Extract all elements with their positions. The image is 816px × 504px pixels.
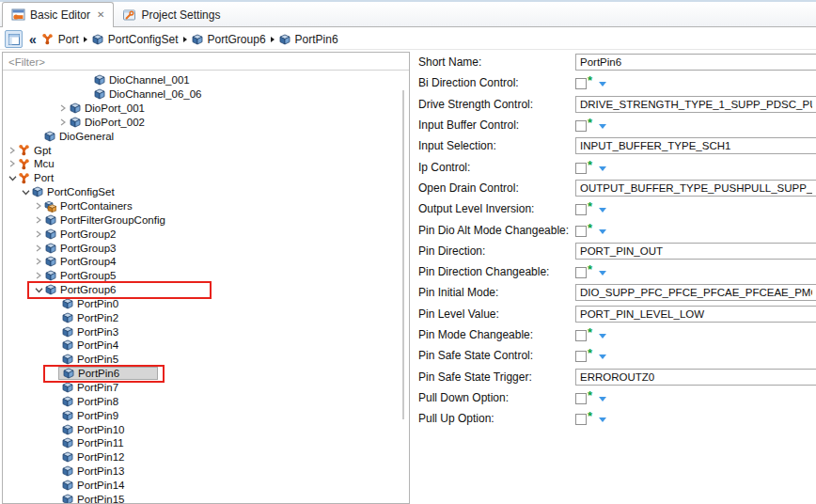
expand-arrow-icon[interactable] — [33, 216, 44, 224]
tree-item-portpin8[interactable]: PortPin8 — [3, 394, 409, 408]
tree-filter-input[interactable] — [3, 55, 409, 70]
expand-arrow-icon[interactable] — [7, 160, 18, 167]
dropdown-arrow-icon[interactable] — [599, 124, 606, 129]
field-pin-direction-input[interactable] — [575, 243, 816, 260]
dropdown-arrow-icon[interactable] — [599, 354, 606, 359]
field-pin-safe-state-trigger-input[interactable] — [575, 369, 816, 386]
cube-icon — [92, 34, 103, 45]
tree-item-portpin14[interactable]: PortPin14 — [3, 478, 409, 492]
tab-basic-editor[interactable]: Basic Editor✕ — [2, 2, 114, 27]
tree-item-portpin13[interactable]: PortPin13 — [3, 465, 409, 479]
dropdown-arrow-icon[interactable] — [599, 397, 606, 402]
field-open-drain-control-input[interactable] — [575, 180, 816, 197]
collapse-breadcrumb-icon[interactable]: « — [29, 33, 37, 46]
tree-scrollbar[interactable] — [402, 90, 404, 419]
tree-item-label: PortPin9 — [77, 410, 118, 421]
tree-item-label: PortPin0 — [77, 298, 118, 309]
expand-arrow-icon[interactable] — [57, 104, 69, 112]
collapse-arrow-icon[interactable] — [7, 174, 18, 182]
required-marker: * — [588, 161, 592, 170]
field-pull-up-option-checkbox[interactable] — [575, 414, 587, 425]
breadcrumb-item-portpin6[interactable]: PortPin6 — [279, 33, 338, 46]
breadcrumb-item-port[interactable]: Port — [41, 33, 79, 46]
dropdown-arrow-icon[interactable] — [599, 417, 606, 422]
dropdown-arrow-icon[interactable] — [599, 229, 606, 234]
tree-item-portpin4[interactable]: PortPin4 — [3, 339, 409, 353]
tree-item-portpin7[interactable]: PortPin7 — [3, 381, 409, 395]
tree-item-dioport-002[interactable]: DioPort_002 — [3, 116, 409, 130]
collapse-arrow-icon[interactable] — [33, 286, 44, 294]
required-marker: * — [588, 202, 592, 212]
tree-item-diochannel-001[interactable]: DioChannel_001 — [3, 73, 409, 87]
tree-item-portgroup5[interactable]: PortGroup5 — [3, 269, 409, 283]
tree-item-portpin10[interactable]: PortPin10 — [3, 422, 409, 436]
tree-item-portpin2[interactable]: PortPin2 — [3, 310, 409, 324]
field-pull-down-option-checkbox[interactable] — [575, 393, 587, 404]
cube-icon — [62, 368, 74, 379]
tree-item-portpin0[interactable]: PortPin0 — [3, 297, 409, 311]
breadcrumb-label: PortGroup6 — [208, 33, 266, 46]
close-icon[interactable]: ✕ — [97, 10, 104, 20]
tree-item-label: PortPin14 — [77, 480, 125, 491]
tree-item-portpin6[interactable]: PortPin6 — [3, 367, 409, 381]
tree-item-diochannel-06-06[interactable]: DioChannel_06_06 — [3, 87, 409, 102]
tree-item-portpin5[interactable]: PortPin5 — [3, 353, 409, 367]
field-short-name-input[interactable] — [575, 54, 816, 71]
field-bi-direction-control-checkbox[interactable] — [575, 78, 587, 89]
field-pin-mode-changeable-checkbox[interactable] — [575, 330, 587, 341]
tree-item-portpin11[interactable]: PortPin11 — [3, 436, 409, 450]
dropdown-arrow-icon[interactable] — [599, 334, 606, 339]
tab-project-settings[interactable]: Project Settings — [114, 3, 228, 26]
form-row-pin-safe-state-trigger: Pin Safe State Trigger: — [418, 366, 816, 386]
breadcrumb-item-portgroup6[interactable]: PortGroup6 — [192, 33, 266, 46]
field-pin-level-value-input[interactable] — [575, 306, 816, 323]
field-ip-control-checkbox[interactable] — [575, 163, 587, 174]
dropdown-arrow-icon[interactable] — [599, 82, 606, 87]
tree-item-portgroup3[interactable]: PortGroup3 — [3, 241, 409, 255]
tree-item-diogeneral[interactable]: DioGeneral — [3, 129, 409, 143]
field-pin-dio-alt-mode-changeable-checkbox[interactable] — [575, 226, 587, 237]
tree-item-portcontainers[interactable]: PortContainers — [3, 199, 409, 213]
tree-item-portpin12[interactable]: PortPin12 — [3, 450, 409, 465]
dropdown-arrow-icon[interactable] — [599, 166, 606, 171]
expand-arrow-icon[interactable] — [57, 118, 69, 126]
field-pin-initial-mode-input[interactable] — [575, 284, 816, 301]
expand-arrow-icon[interactable] — [33, 230, 44, 238]
cube-icon — [44, 228, 56, 240]
expand-arrow-icon[interactable] — [33, 272, 44, 279]
dropdown-arrow-icon[interactable] — [599, 271, 606, 276]
tree-item-mcu[interactable]: Mcu — [3, 157, 409, 171]
field-input-buffer-control-checkbox[interactable] — [575, 120, 587, 132]
toggle-tree-view-button[interactable] — [5, 30, 23, 48]
field-pin-safe-state-control-checkbox[interactable] — [575, 351, 587, 362]
expand-arrow-icon[interactable] — [33, 244, 44, 252]
cube-icon — [61, 410, 73, 421]
tree-item-dioport-001[interactable]: DioPort_001 — [3, 102, 409, 116]
field-input-selection-input[interactable] — [575, 137, 816, 154]
tree-item-port[interactable]: Port — [3, 171, 409, 185]
field-output-level-inversion-checkbox[interactable] — [575, 204, 587, 215]
expand-arrow-icon[interactable] — [7, 147, 18, 154]
tree-item-portconfigset[interactable]: PortConfigSet — [3, 185, 409, 199]
form-row-pin-direction: Pin Direction: — [418, 241, 816, 261]
expand-arrow-icon[interactable] — [33, 258, 44, 265]
tree-item-gpt[interactable]: Gpt — [3, 143, 409, 157]
cube-icon — [61, 480, 73, 491]
field-output-level-inversion-control: * — [575, 202, 606, 215]
field-drive-strength-control-input[interactable] — [575, 96, 816, 113]
cube-icon — [44, 270, 56, 281]
cube-icon — [44, 214, 56, 226]
field-pin-direction-changeable-checkbox[interactable] — [575, 267, 587, 278]
expand-arrow-icon[interactable] — [33, 202, 44, 210]
tree-item-portgroup4[interactable]: PortGroup4 — [3, 255, 409, 269]
dropdown-arrow-icon[interactable] — [599, 208, 606, 213]
tree-item-portpin15[interactable]: PortPin15 — [3, 492, 409, 504]
breadcrumb-item-portconfigset[interactable]: PortConfigSet — [92, 33, 179, 46]
tree-item-portpin9[interactable]: PortPin9 — [3, 408, 409, 422]
collapse-arrow-icon[interactable] — [20, 188, 31, 197]
tree-item-portgroup2[interactable]: PortGroup2 — [3, 227, 409, 241]
tree-item-portfiltergroupconfig[interactable]: PortFilterGroupConfig — [3, 213, 409, 227]
tree-item-portgroup6[interactable]: PortGroup6 — [3, 283, 409, 297]
tree-item-label: Port — [34, 172, 54, 183]
tree-item-portpin3[interactable]: PortPin3 — [3, 324, 409, 339]
